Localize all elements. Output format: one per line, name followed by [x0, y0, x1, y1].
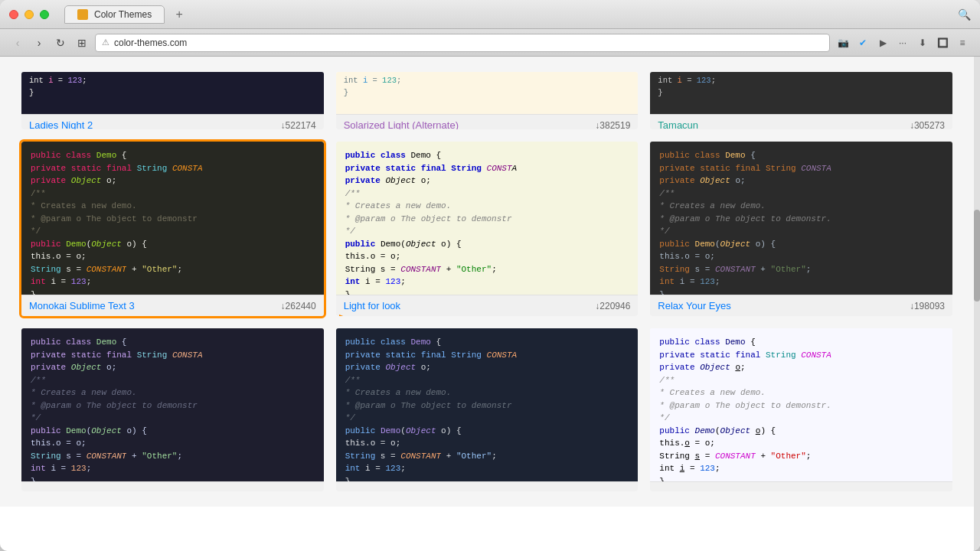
camera-icon[interactable]: 📷	[835, 34, 851, 51]
dark1-preview: public class Demo { private static final…	[21, 328, 324, 481]
download-icon[interactable]: ⬇	[914, 34, 931, 51]
tab-favicon	[77, 9, 88, 20]
light-look-downloads: ↓220946	[595, 301, 630, 311]
play-icon[interactable]: ▶	[874, 34, 891, 51]
theme-downloads: ↓522174	[281, 120, 316, 130]
theme-card-monokai[interactable]: public class Demo { private static final…	[21, 142, 324, 316]
relax-preview: public class Demo { private static final…	[650, 142, 952, 295]
theme-footer: Solarized Light (Alternate) ↓382519	[336, 114, 639, 129]
scrollbar-thumb[interactable]	[974, 210, 980, 302]
relax-name: Relax Your Eyes	[658, 300, 730, 311]
main-content: int i = 123; } Ladies Night 2 ↓522174 in…	[0, 57, 980, 551]
theme-card-dark2[interactable]: public class Demo { private static final…	[336, 328, 639, 491]
shield-check-icon[interactable]: ✔	[854, 34, 871, 51]
light-look-name: Light for look	[344, 300, 400, 311]
relax-footer: Relax Your Eyes ↓198093	[650, 295, 952, 316]
titlebar: Color Themes + 🔍	[0, 0, 980, 29]
theme-card-solarized[interactable]: int i = 123; } Solarized Light (Alternat…	[336, 72, 639, 129]
dark2-footer	[336, 481, 639, 491]
active-tab[interactable]: Color Themes	[64, 5, 165, 24]
shield-icon: ⚠	[102, 37, 109, 47]
theme-name: Solarized Light (Alternate)	[344, 119, 459, 129]
monokai-name: Monokai Sublime Text 3	[29, 300, 135, 311]
theme-name: Tamacun	[658, 119, 698, 129]
monokai-footer: Monokai Sublime Text 3 ↓262440	[21, 295, 324, 316]
theme-card-light3[interactable]: public class Demo { private static final…	[650, 328, 952, 491]
close-button[interactable]	[9, 10, 18, 19]
scrollbar[interactable]	[974, 57, 980, 551]
theme-card-light-look[interactable]: public class Demo { private static final…	[336, 142, 639, 316]
monokai-preview: public class Demo { private static final…	[21, 142, 324, 295]
themes-page: int i = 123; } Ladies Night 2 ↓522174 in…	[0, 57, 974, 551]
theme-footer: Ladies Night 2 ↓522174	[21, 114, 324, 129]
nav-actions: 📷 ✔ ▶ ··· ⬇ 🔲 ≡	[835, 34, 971, 51]
relax-downloads: ↓198093	[910, 301, 945, 311]
browser-window: Color Themes + 🔍 ‹ › ↻ ⊞ ⚠ color-themes.…	[0, 0, 980, 551]
theme-downloads: ↓382519	[595, 120, 630, 130]
light-look-preview: public class Demo { private static final…	[336, 142, 639, 295]
theme-card-ladies-night[interactable]: int i = 123; } Ladies Night 2 ↓522174	[21, 72, 324, 129]
themes-grid: int i = 123; } Ladies Night 2 ↓522174 in…	[0, 57, 974, 507]
extension-icon[interactable]: 🔲	[934, 34, 951, 51]
new-tab-button[interactable]: +	[171, 6, 188, 23]
maximize-button[interactable]	[40, 10, 49, 19]
url-text: color-themes.com	[114, 37, 187, 48]
reload-button[interactable]: ↻	[52, 34, 69, 51]
menu-icon[interactable]: ≡	[954, 34, 971, 51]
traffic-lights	[9, 10, 49, 19]
address-bar[interactable]: ⚠ color-themes.com	[95, 34, 830, 52]
theme-downloads: ↓305273	[910, 120, 945, 130]
monokai-downloads: ↓262440	[281, 301, 316, 311]
grid-button[interactable]: ⊞	[74, 34, 90, 51]
navbar: ‹ › ↻ ⊞ ⚠ color-themes.com 📷 ✔ ▶ ··· ⬇ 🔲…	[0, 29, 980, 57]
more-icon[interactable]: ···	[894, 34, 911, 51]
theme-card-relax[interactable]: public class Demo { private static final…	[650, 142, 952, 316]
tab-area: Color Themes +	[64, 5, 952, 24]
theme-footer: Tamacun ↓305273	[650, 114, 952, 129]
search-icon[interactable]: 🔍	[958, 8, 971, 21]
theme-card-tamacun[interactable]: int i = 123; } Tamacun ↓305273	[650, 72, 952, 129]
light-look-footer: Light for look ↓220946	[336, 295, 639, 316]
tab-title: Color Themes	[94, 9, 152, 20]
light3-footer	[650, 481, 952, 491]
back-button[interactable]: ‹	[9, 34, 26, 51]
minimize-button[interactable]	[24, 10, 34, 19]
theme-name: Ladies Night 2	[29, 119, 93, 129]
theme-card-dark1[interactable]: public class Demo { private static final…	[21, 328, 324, 491]
dark2-preview: public class Demo { private static final…	[336, 328, 639, 481]
dark1-footer	[21, 481, 324, 491]
forward-button[interactable]: ›	[31, 34, 47, 51]
light3-preview: public class Demo { private static final…	[650, 328, 952, 481]
